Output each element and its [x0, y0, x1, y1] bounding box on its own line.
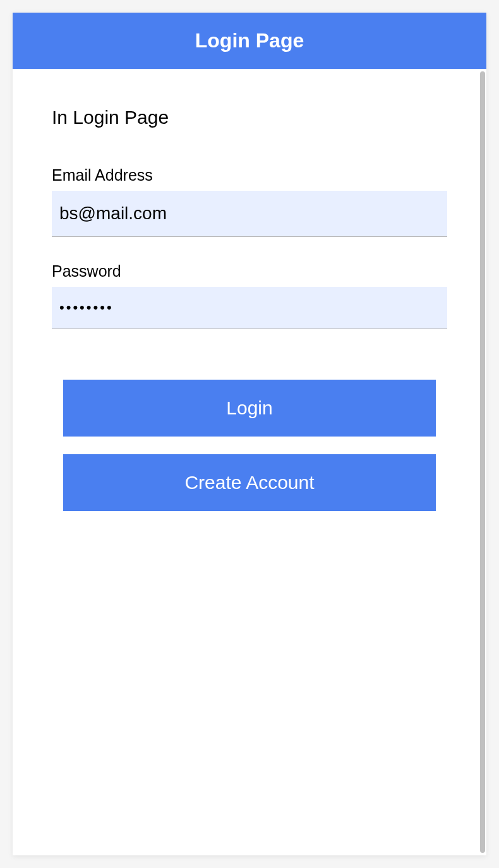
login-button[interactable]: Login [63, 380, 436, 437]
app-title: Login Page [195, 29, 304, 52]
password-form-group: Password [52, 262, 447, 329]
password-label: Password [52, 262, 447, 280]
password-input[interactable] [52, 287, 447, 329]
email-input[interactable] [52, 191, 447, 237]
email-label: Email Address [52, 166, 447, 184]
content-wrapper: In Login Page Email Address Password Log… [13, 69, 486, 855]
create-account-button[interactable]: Create Account [63, 454, 436, 511]
email-form-group: Email Address [52, 166, 447, 237]
app-container: Login Page In Login Page Email Address P… [13, 13, 486, 855]
page-heading: In Login Page [52, 107, 447, 128]
app-header: Login Page [13, 13, 486, 69]
content: In Login Page Email Address Password Log… [13, 69, 486, 554]
scrollbar[interactable] [480, 71, 485, 853]
button-container: Login Create Account [52, 380, 447, 511]
